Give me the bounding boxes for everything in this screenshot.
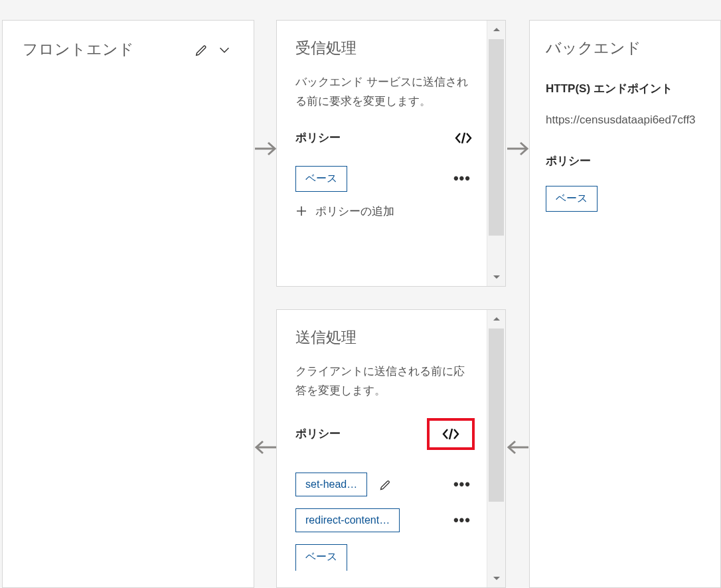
- code-icon-highlighted[interactable]: [427, 418, 475, 450]
- code-icon[interactable]: [452, 129, 475, 147]
- outbound-policy-label: ポリシー: [295, 426, 341, 441]
- frontend-panel: フロントエンド: [2, 20, 254, 588]
- backend-panel: バックエンド HTTP(S) エンドポイント https://censusdat…: [529, 20, 721, 588]
- plus-icon: [295, 205, 307, 217]
- add-policy-label: ポリシーの追加: [315, 204, 394, 219]
- scroll-down-icon[interactable]: [487, 569, 505, 587]
- arrow-right-icon: [506, 139, 530, 158]
- policy-tag-redirect[interactable]: redirect-content…: [295, 508, 400, 532]
- add-policy-button[interactable]: ポリシーの追加: [295, 204, 475, 219]
- chevron-down-icon[interactable]: [215, 40, 234, 59]
- policy-tag-set-header[interactable]: set-head…: [295, 473, 367, 496]
- backend-endpoint-label: HTTP(S) エンドポイント: [546, 81, 720, 96]
- policy-tag-base[interactable]: ベース: [295, 544, 347, 571]
- scrollbar[interactable]: [487, 310, 505, 587]
- scroll-thumb[interactable]: [489, 39, 504, 236]
- arrow-left-icon: [254, 438, 278, 457]
- scroll-track[interactable]: [487, 39, 505, 267]
- scroll-track[interactable]: [487, 329, 505, 569]
- inbound-title: 受信処理: [295, 38, 475, 58]
- outbound-description: クライアントに送信される前に応答を変更します。: [295, 362, 468, 401]
- outbound-title: 送信処理: [295, 327, 475, 348]
- inbound-policy-label: ポリシー: [295, 130, 341, 145]
- scroll-up-icon[interactable]: [487, 310, 505, 329]
- frontend-title: フロントエンド: [23, 39, 193, 60]
- scroll-up-icon[interactable]: [487, 21, 505, 39]
- more-icon[interactable]: •••: [449, 512, 475, 529]
- scroll-down-icon[interactable]: [487, 267, 505, 286]
- backend-endpoint-url: https://censusdataapi6ed7cff3: [546, 113, 720, 127]
- pencil-icon[interactable]: [378, 475, 394, 494]
- more-icon[interactable]: •••: [449, 170, 475, 187]
- more-icon[interactable]: •••: [449, 476, 475, 493]
- arrow-left-icon: [506, 438, 530, 457]
- policy-tag-base[interactable]: ベース: [546, 186, 598, 212]
- pencil-icon[interactable]: [193, 40, 211, 59]
- inbound-description: バックエンド サービスに送信される前に要求を変更します。: [295, 73, 468, 111]
- scrollbar[interactable]: [487, 21, 505, 286]
- backend-title: バックエンド: [546, 38, 720, 58]
- arrow-right-icon: [254, 139, 278, 158]
- inbound-panel: 受信処理 バックエンド サービスに送信される前に要求を変更します。 ポリシー ベ…: [276, 20, 506, 287]
- backend-policy-label: ポリシー: [546, 153, 720, 169]
- scroll-thumb[interactable]: [489, 329, 504, 502]
- policy-tag-base[interactable]: ベース: [295, 166, 347, 192]
- outbound-panel: 送信処理 クライアントに送信される前に応答を変更します。 ポリシー set-he…: [276, 309, 506, 588]
